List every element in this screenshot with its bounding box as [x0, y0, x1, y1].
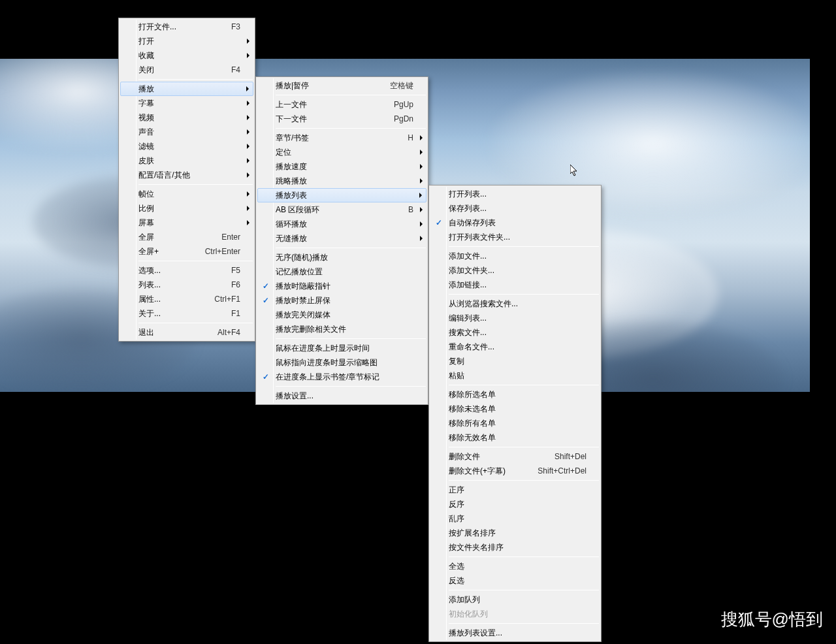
- submenu-arrow-icon: [247, 115, 249, 120]
- playlist-menu-item[interactable]: 反选: [430, 573, 600, 588]
- play-menu-item[interactable]: 循环播放: [257, 217, 426, 231]
- playlist-menu-label: 移除所有名单: [449, 418, 587, 429]
- main-menu-item[interactable]: 比例: [120, 201, 253, 216]
- playlist-menu-item[interactable]: 按文件夹名排序: [430, 540, 600, 555]
- playlist-menu-label: 删除文件(+字幕): [449, 466, 518, 477]
- play-menu-item[interactable]: 章节/书签H: [257, 131, 426, 145]
- submenu-arrow-icon: [420, 135, 423, 140]
- main-menu-separator: [138, 184, 253, 185]
- play-menu-item[interactable]: 无缝播放: [257, 231, 426, 246]
- main-menu-item[interactable]: 全屏+Ctrl+Enter: [120, 244, 253, 259]
- play-menu-item[interactable]: 播放速度: [257, 159, 426, 174]
- playlist-menu-item[interactable]: 添加文件...: [430, 249, 600, 263]
- playlist-menu-item[interactable]: 打开列表...: [430, 187, 600, 201]
- play-menu-item[interactable]: ✓在进度条上显示书签/章节标记: [257, 370, 426, 384]
- play-menu-item[interactable]: 鼠标指向进度条时显示缩略图: [257, 355, 426, 370]
- playlist-menu-item[interactable]: 移除无效名单: [430, 430, 600, 445]
- playlist-menu-separator: [449, 246, 599, 247]
- play-menu-item[interactable]: 无序(随机)播放: [257, 250, 426, 265]
- main-menu-item[interactable]: 关闭F4: [120, 63, 253, 77]
- playlist-menu-item[interactable]: 从浏览器搜索文件...: [430, 297, 600, 311]
- playlist-menu-item[interactable]: 乱序: [430, 511, 600, 526]
- main-menu-item[interactable]: 全屏Enter: [120, 230, 253, 244]
- main-menu-item[interactable]: 滤镜: [120, 139, 253, 153]
- play-menu-label: 鼠标在进度条上时显示时间: [276, 343, 413, 354]
- playlist-menu-item[interactable]: 添加链接...: [430, 278, 600, 292]
- play-menu-item[interactable]: 上一文件PgUp: [257, 97, 426, 112]
- playlist-menu-item[interactable]: 添加队列: [430, 592, 600, 607]
- playlist-menu-item[interactable]: 按扩展名排序: [430, 526, 600, 540]
- playlist-menu-item[interactable]: 删除文件(+字幕)Shift+Ctrl+Del: [430, 464, 600, 478]
- play-menu-item[interactable]: 播放|暂停空格键: [257, 78, 426, 93]
- playlist-menu-label: 删除文件: [449, 451, 535, 462]
- play-menu-label: 播放设置...: [276, 391, 413, 402]
- main-menu-item[interactable]: 声音: [120, 125, 253, 139]
- play-menu-item[interactable]: 下一文件PgDn: [257, 112, 426, 126]
- playlist-menu-item[interactable]: 正序: [430, 483, 600, 497]
- check-icon: ✓: [261, 296, 270, 305]
- play-menu-item[interactable]: ✓播放时隐蔽指针: [257, 279, 426, 293]
- playlist-menu-item[interactable]: 粘贴: [430, 368, 600, 383]
- main-menu-item[interactable]: 退出Alt+F4: [120, 325, 253, 340]
- main-menu-label: 属性...: [138, 294, 195, 305]
- playlist-menu-item[interactable]: 全选: [430, 559, 600, 573]
- main-menu-item[interactable]: 列表...F6: [120, 278, 253, 292]
- play-menu-item[interactable]: 定位: [257, 145, 426, 159]
- play-menu-item[interactable]: 播放列表: [257, 188, 426, 202]
- main-menu-label: 播放: [138, 84, 240, 95]
- play-menu-item[interactable]: AB 区段循环B: [257, 202, 426, 217]
- play-menu-item[interactable]: 跳略播放: [257, 174, 426, 188]
- playlist-menu-label: 重命名文件...: [449, 342, 587, 353]
- playlist-menu-label: 复制: [449, 356, 587, 367]
- main-menu-item[interactable]: 收藏: [120, 48, 253, 63]
- play-menu-shortcut: H: [408, 133, 413, 142]
- playlist-menu-item[interactable]: 复制: [430, 354, 600, 368]
- playlist-menu-item[interactable]: 播放列表设置...: [430, 626, 600, 640]
- main-menu-item[interactable]: 打开: [120, 34, 253, 48]
- playlist-menu-item[interactable]: 搜索文件...: [430, 325, 600, 340]
- playlist-menu-item[interactable]: 移除所有名单: [430, 416, 600, 430]
- playlist-menu-item[interactable]: 添加文件夹...: [430, 263, 600, 278]
- play-menu-label: 定位: [276, 147, 413, 158]
- playlist-menu-item[interactable]: 打开列表文件夹...: [430, 230, 600, 244]
- play-menu-label: 播放完删除相关文件: [276, 324, 413, 335]
- play-menu-item[interactable]: 播放设置...: [257, 389, 426, 403]
- playlist-menu-item[interactable]: 保存列表...: [430, 201, 600, 216]
- playlist-menu-item[interactable]: 删除文件Shift+Del: [430, 449, 600, 464]
- main-menu-label: 比例: [138, 203, 240, 214]
- main-menu-shortcut: F1: [231, 309, 240, 318]
- play-menu-item[interactable]: ✓播放时禁止屏保: [257, 293, 426, 308]
- main-menu-item[interactable]: 字幕: [120, 96, 253, 110]
- main-menu-item[interactable]: 屏幕: [120, 216, 253, 230]
- main-menu-label: 打开: [138, 36, 240, 47]
- playlist-menu-item[interactable]: 反序: [430, 497, 600, 511]
- main-menu-label: 选项...: [138, 265, 212, 276]
- main-menu-item[interactable]: 皮肤: [120, 153, 253, 168]
- play-menu-separator: [276, 248, 426, 248]
- playlist-menu-label: 编辑列表...: [449, 313, 587, 324]
- main-menu-label: 收藏: [138, 50, 240, 61]
- playlist-menu-label: 初始化队列: [449, 609, 587, 620]
- playlist-menu-item[interactable]: 移除所选名单: [430, 387, 600, 402]
- main-menu-label: 帧位: [138, 189, 240, 200]
- main-menu-label: 字幕: [138, 98, 240, 109]
- play-menu-label: 上一文件: [276, 99, 374, 110]
- main-menu-item[interactable]: 视频: [120, 110, 253, 125]
- main-menu-item[interactable]: 播放: [120, 82, 253, 96]
- play-menu-shortcut: PgUp: [394, 100, 413, 109]
- main-menu-item[interactable]: 关于...F1: [120, 306, 253, 321]
- playlist-menu-separator: [449, 447, 599, 447]
- main-menu-item[interactable]: 属性...Ctrl+F1: [120, 292, 253, 306]
- play-menu-item[interactable]: 播放完关闭媒体: [257, 308, 426, 322]
- main-menu-item[interactable]: 配置/语言/其他: [120, 168, 253, 182]
- play-menu-item[interactable]: 记忆播放位置: [257, 265, 426, 279]
- main-menu-item[interactable]: 打开文件...F3: [120, 20, 253, 34]
- playlist-menu-item[interactable]: ✓自动保存列表: [430, 216, 600, 230]
- playlist-menu-item[interactable]: 移除未选名单: [430, 402, 600, 416]
- play-menu-item[interactable]: 播放完删除相关文件: [257, 322, 426, 336]
- playlist-menu-item[interactable]: 重命名文件...: [430, 340, 600, 354]
- playlist-menu-item[interactable]: 编辑列表...: [430, 311, 600, 325]
- play-menu-item[interactable]: 鼠标在进度条上时显示时间: [257, 341, 426, 355]
- main-menu-item[interactable]: 帧位: [120, 187, 253, 201]
- main-menu-item[interactable]: 选项...F5: [120, 263, 253, 278]
